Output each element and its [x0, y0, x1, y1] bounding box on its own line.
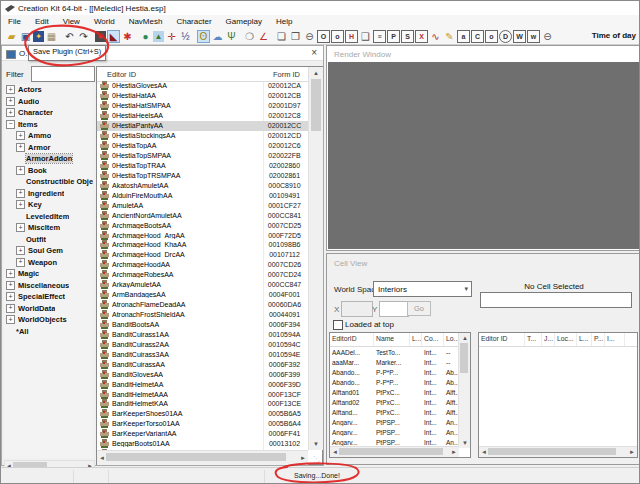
object-row[interactable]: BanditCuirass1AA0010594A: [97, 329, 308, 339]
tree-item-actors[interactable]: +Actors: [4, 84, 93, 96]
x-input[interactable]: [341, 301, 373, 317]
refs-table-horizontal-scrollbar[interactable]: ◄ ►: [479, 446, 637, 457]
cell-row[interactable]: Angarv...PtPSP...Int...An...: [330, 417, 470, 427]
letter-d-circle-icon[interactable]: D: [499, 30, 512, 43]
expand-icon[interactable]: +: [6, 304, 15, 313]
tree-item-constructible-object[interactable]: Constructible Object: [4, 176, 93, 188]
light-bulb-icon[interactable]: ʘ: [197, 30, 210, 43]
expand-icon[interactable]: +: [16, 200, 25, 209]
y-input[interactable]: [379, 301, 409, 317]
object-list-header[interactable]: Editor ID Form ID: [97, 67, 308, 82]
cell-row[interactable]: Alftand02PtPxC...Int...Alft...: [330, 397, 470, 407]
expand-icon[interactable]: +: [6, 97, 15, 106]
expand-icon[interactable]: +: [6, 292, 15, 301]
menu-help[interactable]: Help: [269, 15, 299, 28]
object-row[interactable]: BanditGlovesAA0006F399: [97, 369, 308, 379]
landscape-icon[interactable]: ▲: [153, 31, 164, 42]
scale-icon[interactable]: ½: [179, 30, 192, 43]
object-row[interactable]: ArchmageRobesAA0007CD24: [97, 270, 308, 280]
tree-item--all[interactable]: *All: [4, 326, 93, 338]
column-form-id[interactable]: Form ID: [265, 70, 308, 79]
object-row[interactable]: ArchmageHood_ArgAA000F72D5: [97, 230, 308, 240]
snap-connect-icon[interactable]: ✱: [121, 30, 134, 43]
tree-item-weapon[interactable]: +Weapon: [4, 257, 93, 269]
column-editorid[interactable]: EditorID: [330, 333, 374, 346]
object-row[interactable]: BanditCuirass3AA0010594E: [97, 349, 308, 359]
cube-top-icon[interactable]: ❐: [289, 30, 302, 43]
grass-icon[interactable]: Ψ: [225, 30, 238, 43]
object-row[interactable]: 0HestiaTopAA020012C6: [97, 141, 308, 151]
menu-edit[interactable]: Edit: [28, 15, 56, 28]
object-row[interactable]: ArchmageHood_DrcAA00107112: [97, 250, 308, 260]
expand-icon[interactable]: +: [6, 281, 15, 290]
object-row[interactable]: 0HestiaStockingsAA020012CD: [97, 131, 308, 141]
letter-w2-box-icon[interactable]: w: [527, 30, 540, 43]
tree-item-items[interactable]: −Items: [4, 119, 93, 131]
object-row[interactable]: BeggarBoots01AA00013102: [97, 439, 308, 449]
world-space-select[interactable]: Interiors ▾: [373, 281, 472, 297]
expand-icon[interactable]: +: [6, 85, 15, 94]
tree-item-worldobjects[interactable]: +WorldObjects: [4, 314, 93, 326]
expand-icon[interactable]: +: [6, 315, 15, 324]
column-i[interactable]: I...: [605, 333, 625, 346]
object-row[interactable]: BanditHelmetAAA000F13CF: [97, 389, 308, 399]
object-row[interactable]: AlduinFireMouthAA00109491: [97, 190, 308, 200]
open-folder-icon[interactable]: ▰: [5, 30, 18, 43]
object-list-horizontal-scrollbar[interactable]: ◄ ►: [97, 450, 308, 465]
expand-icon[interactable]: +: [16, 143, 25, 152]
window-small-icon[interactable]: o: [331, 30, 344, 43]
object-row[interactable]: BanditBootsAA0006F394: [97, 320, 308, 330]
object-row[interactable]: 0HestiaHatSMPAA02001D97: [97, 101, 308, 111]
letter-c-box-icon[interactable]: C: [471, 30, 484, 43]
object-row[interactable]: 0HestiaPantyAA020012CC: [97, 121, 308, 131]
object-list-vertical-scrollbar[interactable]: ▲ ▼: [308, 67, 323, 450]
menu-file[interactable]: File: [1, 15, 28, 28]
go-button[interactable]: Go: [407, 301, 431, 316]
object-row[interactable]: AmuletAA0001CF27: [97, 200, 308, 210]
tree-item-outfit[interactable]: Outfit: [4, 234, 93, 246]
object-row[interactable]: 0HestiaTopTRSMPAA02002861: [97, 170, 308, 180]
pencil-icon[interactable]: ✎: [443, 30, 456, 43]
cell-row[interactable]: aaaMar...Marker...Int...--: [330, 357, 470, 367]
expand-icon[interactable]: +: [16, 166, 25, 175]
tree-item-ingredient[interactable]: +Ingredient: [4, 188, 93, 200]
cell-row[interactable]: Alftand...PtPxC...Int...Alft...: [330, 407, 470, 417]
save-plugin-icon[interactable]: ▣: [19, 30, 32, 43]
circle-slash-icon[interactable]: ⊖: [541, 30, 554, 43]
expand-icon[interactable]: +: [6, 269, 15, 278]
protractor-icon[interactable]: ∠: [257, 30, 270, 43]
object-row[interactable]: BarKeeperShoes01AA0005B6A5: [97, 409, 308, 419]
object-row[interactable]: BarKeeperVariantAA0006FF41: [97, 429, 308, 439]
object-row[interactable]: BanditHelmetAA0006F39D: [97, 379, 308, 389]
tree-item-soul-gem[interactable]: +Soul Gem: [4, 245, 93, 257]
cube-wire-icon[interactable]: ❑: [359, 30, 372, 43]
tree-item-miscitem[interactable]: +MiscItem: [4, 222, 93, 234]
column-l[interactable]: L...: [577, 333, 592, 346]
cells-table-vertical-scrollbar[interactable]: ▲ ▼: [458, 333, 470, 448]
object-row[interactable]: BanditHelmetKAA000F13CE: [97, 399, 308, 409]
column-loc[interactable]: Loc...: [555, 333, 577, 346]
menu-world[interactable]: World: [87, 15, 122, 28]
resize-grip[interactable]: ⋱: [313, 455, 321, 463]
cell-row[interactable]: Abando...P-P*P...Int...Ab...: [330, 367, 470, 377]
expand-icon[interactable]: +: [16, 189, 25, 198]
object-row[interactable]: 0HestiaGlovesAA020012CA: [97, 81, 308, 91]
refs-table-header[interactable]: Editor IDT...J...Loc...L...P...I...: [479, 333, 637, 347]
cell-row[interactable]: Angarv...PtPSP...Int...An...: [330, 427, 470, 437]
cell-row[interactable]: AAADel...TestTo...Int...--: [330, 347, 470, 357]
object-row[interactable]: 0HestiaHeelsAA020012C8: [97, 111, 308, 121]
object-row[interactable]: ArchmageHood_KhaAA001098B6: [97, 240, 308, 250]
menu-character[interactable]: Character: [169, 15, 218, 28]
close-icon[interactable]: ×: [311, 47, 317, 58]
expand-icon[interactable]: +: [16, 223, 25, 232]
menu-gameplay[interactable]: Gameplay: [219, 15, 269, 28]
tree-item-audio[interactable]: +Audio: [4, 96, 93, 108]
tree-item-book[interactable]: +Book: [4, 165, 93, 177]
loaded-at-top-checkbox[interactable]: [333, 320, 343, 330]
tree-item-key[interactable]: +Key: [4, 199, 93, 211]
expand-icon[interactable]: +: [16, 246, 25, 255]
object-row[interactable]: 0HestiaTopTRAA02002860: [97, 161, 308, 171]
expand-icon[interactable]: +: [16, 131, 25, 140]
object-row[interactable]: AtronachFrostShieldAA00044091: [97, 310, 308, 320]
camera-box-icon[interactable]: o: [485, 30, 498, 43]
